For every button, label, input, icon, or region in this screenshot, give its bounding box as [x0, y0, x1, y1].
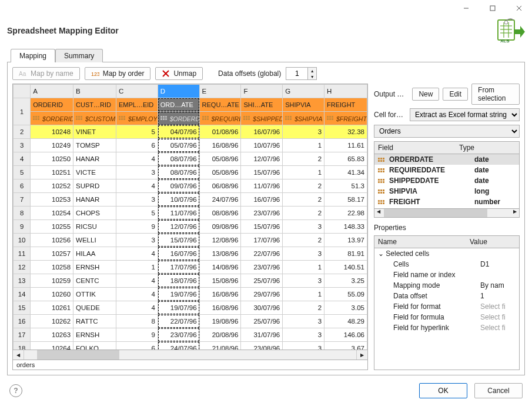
- spreadsheet-grid[interactable]: ABCDEFGH 1ORDERIDCUST…RIDEMPL…EIDORD…ATE…: [13, 84, 367, 350]
- meta-edit-button[interactable]: Edit: [443, 88, 468, 101]
- cell[interactable]: 13/08/96: [199, 247, 241, 261]
- map-var-cell[interactable]: $SHIPPED: [241, 112, 283, 125]
- prop-row[interactable]: Field for formulaSelect fi: [374, 312, 519, 322]
- row-header[interactable]: 3: [14, 139, 31, 152]
- cell[interactable]: 10261: [31, 301, 73, 315]
- unmap-button[interactable]: Unmap: [155, 67, 203, 80]
- col-header-D[interactable]: D: [158, 85, 199, 98]
- cell[interactable]: 12/07/96: [241, 152, 283, 166]
- map-header-cell[interactable]: SHI…ATE: [241, 98, 283, 112]
- cell[interactable]: 10255: [31, 220, 73, 234]
- cell[interactable]: 12/08/96: [199, 234, 241, 247]
- cell[interactable]: HANAR: [73, 193, 116, 207]
- cell[interactable]: 3.05: [324, 301, 367, 315]
- offsets-down[interactable]: ▼: [308, 74, 316, 79]
- cell[interactable]: 11/07/96: [241, 179, 283, 193]
- help-button[interactable]: ?: [9, 384, 22, 397]
- cell[interactable]: 22.98: [324, 207, 367, 220]
- cell[interactable]: 6: [116, 342, 158, 350]
- cell[interactable]: 10248: [31, 125, 73, 139]
- cell[interactable]: 09/08/96: [199, 220, 241, 234]
- cell[interactable]: 11/07/96: [158, 207, 199, 220]
- cell[interactable]: 4: [116, 247, 158, 261]
- col-header-F[interactable]: F: [241, 85, 283, 98]
- cell[interactable]: 3: [283, 315, 324, 328]
- cell[interactable]: 4: [116, 152, 158, 166]
- cell[interactable]: 09/07/96: [158, 179, 199, 193]
- col-header-C[interactable]: C: [116, 85, 158, 98]
- cell[interactable]: CENTC: [73, 274, 116, 288]
- map-var-cell[interactable]: $SHIPVIA: [283, 112, 324, 125]
- cell[interactable]: 05/08/96: [199, 166, 241, 179]
- cell[interactable]: 8: [116, 315, 158, 328]
- cell[interactable]: 6: [116, 139, 158, 152]
- cell[interactable]: 4: [116, 274, 158, 288]
- prop-row[interactable]: Mapping modeBy nam: [374, 280, 519, 291]
- cell[interactable]: 15/07/96: [241, 166, 283, 179]
- cell[interactable]: 16/08/96: [199, 301, 241, 315]
- cell[interactable]: 3: [283, 220, 324, 234]
- cell[interactable]: 15/08/96: [199, 274, 241, 288]
- prop-row[interactable]: CellsD1: [374, 259, 519, 269]
- cell[interactable]: 19/07/96: [158, 288, 199, 301]
- fields-list[interactable]: Field Type ORDERDATEdate REQUIREDDATEdat…: [374, 141, 520, 218]
- map-header-cell[interactable]: EMPL…EID: [116, 98, 158, 112]
- cell[interactable]: 16/07/96: [241, 125, 283, 139]
- cell[interactable]: 81.91: [324, 247, 367, 261]
- properties-panel[interactable]: Name Value ⌄ Selected cellsCellsD1Field …: [374, 235, 520, 370]
- map-header-cell[interactable]: SHIPVIA: [283, 98, 324, 112]
- cell[interactable]: SUPRD: [73, 179, 116, 193]
- map-header-cell[interactable]: ORD…ATE: [158, 98, 199, 112]
- cell[interactable]: 51.3: [324, 179, 367, 193]
- row-header[interactable]: 5: [14, 166, 31, 179]
- field-row[interactable]: SHIPPEDDATEdate: [374, 175, 519, 186]
- cell[interactable]: 08/08/96: [199, 207, 241, 220]
- cell[interactable]: 10253: [31, 193, 73, 207]
- cell[interactable]: OTTIK: [73, 288, 116, 301]
- cell[interactable]: 2: [283, 193, 324, 207]
- cell[interactable]: 25/07/96: [241, 274, 283, 288]
- corner-cell[interactable]: [14, 85, 31, 98]
- map-header-cell[interactable]: ORDERID: [31, 98, 73, 112]
- cell[interactable]: 10254: [31, 207, 73, 220]
- cell[interactable]: 15/07/96: [241, 220, 283, 234]
- cell[interactable]: 19/07/96: [158, 301, 199, 315]
- cell[interactable]: 22/07/96: [158, 315, 199, 328]
- cell[interactable]: 1: [283, 139, 324, 152]
- cell[interactable]: 25/07/96: [241, 315, 283, 328]
- field-row[interactable]: SHIPVIAlong: [374, 186, 519, 197]
- cell[interactable]: 10249: [31, 139, 73, 152]
- cell[interactable]: 10/07/96: [158, 193, 199, 207]
- cell[interactable]: 06/08/96: [199, 179, 241, 193]
- cell[interactable]: WELLI: [73, 234, 116, 247]
- cell[interactable]: 24/07/96: [158, 342, 199, 350]
- offsets-up[interactable]: ▲: [308, 68, 316, 74]
- map-var-cell[interactable]: $CUSTOM: [73, 112, 116, 125]
- cell[interactable]: 31/07/96: [241, 328, 283, 342]
- cell[interactable]: 13.97: [324, 234, 367, 247]
- cell[interactable]: ERNSH: [73, 261, 116, 274]
- cell[interactable]: 10/07/96: [241, 139, 283, 152]
- cell[interactable]: 20/08/96: [199, 328, 241, 342]
- map-header-cell[interactable]: FREIGHT: [324, 98, 367, 112]
- cell[interactable]: 10264: [31, 342, 73, 350]
- field-row[interactable]: REQUIREDDATEdate: [374, 165, 519, 175]
- tab-summary[interactable]: Summary: [55, 49, 103, 62]
- meta-new-button[interactable]: New: [412, 88, 439, 101]
- tab-mapping[interactable]: Mapping: [11, 49, 55, 62]
- cell[interactable]: 14/08/96: [199, 261, 241, 274]
- cell[interactable]: 1: [116, 261, 158, 274]
- cell[interactable]: 24/07/96: [199, 193, 241, 207]
- cell[interactable]: 2: [283, 152, 324, 166]
- cell[interactable]: 11.61: [324, 139, 367, 152]
- cell[interactable]: 08/07/96: [158, 166, 199, 179]
- cell[interactable]: 3.67: [324, 342, 367, 350]
- cell[interactable]: 17/07/96: [241, 234, 283, 247]
- cell[interactable]: 3: [283, 247, 324, 261]
- entity-select[interactable]: Orders: [374, 125, 520, 138]
- cell[interactable]: 22/07/96: [241, 247, 283, 261]
- cell[interactable]: 10262: [31, 315, 73, 328]
- cell[interactable]: 16/07/96: [241, 193, 283, 207]
- cell[interactable]: 2: [283, 179, 324, 193]
- cell[interactable]: 10256: [31, 234, 73, 247]
